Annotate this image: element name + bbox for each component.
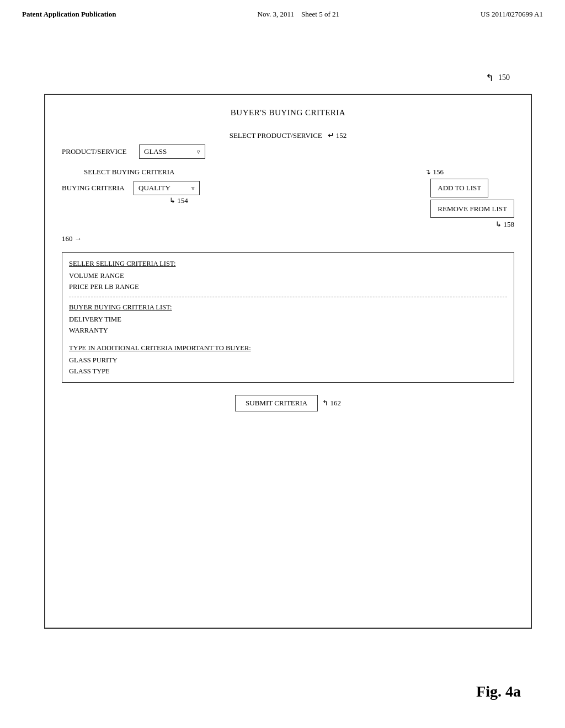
product-value: GLASS (144, 147, 167, 156)
fig-label: Fig. 4a (476, 683, 521, 700)
sheet-label: Sheet 5 of 21 (301, 10, 339, 18)
patent-number: US 2011/0270699 A1 (481, 10, 543, 19)
header-center: Nov. 3, 2011 Sheet 5 of 21 (258, 10, 340, 19)
buying-criteria-section: SELECT BUYING CRITERIA BUYING CRITERIA Q… (62, 168, 514, 229)
select-product-section: SELECT PRODUCT/SERVICE ↵ 152 (62, 131, 514, 140)
screen-title: BUYER'S BUYING CRITERIA (62, 108, 514, 117)
main-screen-box: BUYER'S BUYING CRITERIA SELECT PRODUCT/S… (44, 94, 532, 629)
buyer-item-1: DELIVERY TIME (69, 314, 507, 325)
additional-item-2: GLASS TYPE (69, 366, 507, 377)
ref-150: ↰ 150 (486, 72, 510, 84)
ref-156: ↴ 156 (425, 168, 444, 176)
date-label: Nov. 3, 2011 (258, 10, 295, 18)
buttons-section: ↴ 156 ADD TO LIST REMOVE FROM LIST ↳ 158 (430, 168, 514, 229)
diagram-area: ↰ 150 BUYER'S BUYING CRITERIA SELECT PRO… (33, 72, 543, 629)
buying-value: QUALITY (138, 184, 170, 192)
add-to-list-button[interactable]: ADD TO LIST (430, 179, 488, 197)
publication-label: Patent Application Publication (22, 10, 116, 19)
page-header: Patent Application Publication Nov. 3, 2… (0, 0, 565, 19)
seller-item-1: VOLUME RANGE (69, 270, 507, 281)
seller-item-2: PRICE PER LB RANGE (69, 281, 507, 292)
buying-field-label: BUYING CRITERIA (62, 184, 134, 192)
submit-criteria-button[interactable]: SUBMIT CRITERIA (235, 395, 318, 411)
additional-section: TYPE IN ADDITIONAL CRITERIA IMPORTANT TO… (69, 342, 507, 377)
ref-162: ↰ 162 (322, 399, 341, 408)
buying-dropdown[interactable]: QUALITY ▿ (134, 181, 200, 195)
criteria-list-box: SELLER SELLING CRITERIA LIST: VOLUME RAN… (62, 252, 514, 383)
select-criteria-label: SELECT BUYING CRITERIA (84, 168, 425, 176)
dropdown-arrow-product: ▿ (197, 148, 200, 156)
additional-item-1: GLASS PURITY (69, 355, 507, 366)
buyer-list-title: BUYER BUYING CRITERIA LIST: (69, 302, 507, 313)
ref-158: ↳ 158 (495, 220, 514, 229)
ref-154: ↳ 154 (169, 196, 425, 205)
box-content: BUYER'S BUYING CRITERIA SELECT PRODUCT/S… (45, 95, 531, 628)
remove-from-list-button[interactable]: REMOVE FROM LIST (430, 200, 514, 218)
buying-criteria-row: BUYING CRITERIA QUALITY ▿ (62, 181, 425, 195)
buyer-item-2: WARRANTY (69, 325, 507, 336)
product-service-row: PRODUCT/SERVICE GLASS ▿ (62, 144, 514, 159)
buying-criteria-left: SELECT BUYING CRITERIA BUYING CRITERIA Q… (62, 168, 425, 205)
list-divider-1 (69, 297, 507, 297)
additional-title: TYPE IN ADDITIONAL CRITERIA IMPORTANT TO… (69, 342, 507, 354)
seller-list-title: SELLER SELLING CRITERIA LIST: (69, 258, 507, 269)
submit-area: SUBMIT CRITERIA ↰ 162 (62, 395, 514, 411)
select-product-label: SELECT PRODUCT/SERVICE (230, 131, 322, 140)
dropdown-arrow-buying: ▿ (191, 185, 195, 192)
ref-150-label: 150 (498, 73, 510, 82)
ref-160: 160 → (62, 234, 514, 243)
product-dropdown[interactable]: GLASS ▿ (139, 144, 205, 159)
product-field-label: PRODUCT/SERVICE (62, 147, 139, 156)
ref-152-label: 152 (336, 131, 347, 140)
